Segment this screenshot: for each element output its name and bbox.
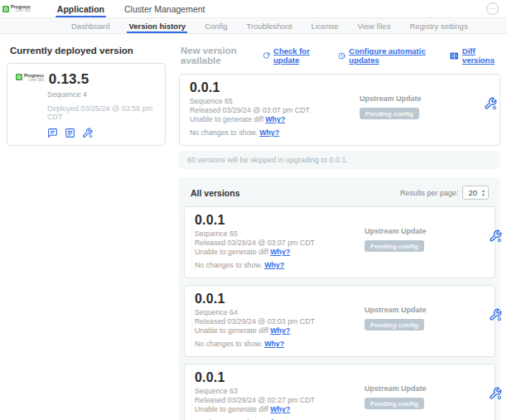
all-versions-heading: All versions — [191, 188, 240, 198]
results-per-page-select[interactable]: 20 ▲▼ — [462, 186, 489, 200]
brand-mark-icon — [2, 6, 9, 12]
version-row: 0.0.1 Sequence 64 Released 03/29/24 @ 03… — [185, 286, 495, 356]
version-sequence: Sequence 65 — [190, 97, 360, 106]
results-per-page-label: Results per page: — [400, 189, 459, 197]
deployed-column: Currently deployed version Progress Chef… — [7, 44, 166, 146]
edit-config-icon[interactable] — [82, 128, 93, 138]
refresh-icon — [263, 51, 270, 60]
diff-why-link[interactable]: Why? — [270, 326, 290, 335]
version-released: Released 03/29/24 @ 03:03 pm CDT — [195, 317, 365, 326]
deployed-app-logo: Progress Chef 360 — [16, 71, 44, 82]
version-released: Released 03/29/24 @ 02:27 pm CDT — [195, 396, 365, 405]
deployed-card-top: Progress Chef 360 0.13.5 — [16, 71, 157, 88]
tab-dashboard[interactable]: Dashboard — [71, 18, 109, 33]
version-info: 0.0.1 Sequence 63 Released 03/29/24 @ 02… — [195, 370, 365, 420]
version-released: Released 03/29/24 @ 03:07 pm CDT — [190, 106, 360, 115]
tab-troubleshoot[interactable]: Troubleshoot — [247, 18, 292, 33]
configure-automatic-updates-link[interactable]: Configure automatic updates — [338, 46, 437, 65]
diff-note-line: Unable to generate diff Why? — [195, 248, 365, 257]
version-status: Upstream Update Pending config — [365, 213, 489, 252]
diff-note-line: Unable to generate diff Why? — [195, 326, 365, 336]
version-number: 0.0.1 — [195, 213, 365, 228]
version-number: 0.0.1 — [190, 80, 360, 95]
all-versions-panel: All versions Results per page: 20 ▲▼ 0.0… — [179, 177, 500, 420]
results-per-page: Results per page: 20 ▲▼ — [400, 186, 489, 200]
tab-cluster-management[interactable]: Cluster Management — [114, 0, 215, 17]
deployed-heading: Currently deployed version — [10, 46, 166, 56]
no-changes-why-link[interactable]: Why? — [264, 261, 284, 269]
diff-note-line: Unable to generate diff Why? — [190, 115, 360, 124]
release-notes-icon[interactable] — [47, 128, 58, 138]
edit-config-icon[interactable] — [489, 308, 502, 321]
no-changes-note: No changes to show. — [195, 261, 263, 269]
status-badge: Pending config — [365, 319, 424, 331]
version-status: Upstream Update Pending config — [365, 370, 489, 409]
version-released: Released 03/29/24 @ 03:07 pm CDT — [195, 239, 365, 248]
edit-config-icon[interactable] — [484, 97, 497, 110]
brand-product: Chef 360 — [24, 79, 44, 83]
edit-config-icon[interactable] — [489, 229, 502, 243]
new-version-row-slot: 0.0.1 Sequence 65 Released 03/29/24 @ 03… — [180, 75, 500, 145]
version-actions: Configure — [489, 370, 507, 403]
ellipsis-icon — [495, 8, 496, 10]
diff-note: Unable to generate diff — [195, 248, 268, 256]
stepper-arrows-icon: ▲▼ — [481, 189, 485, 196]
tab-license[interactable]: License — [311, 18, 339, 33]
status-badge: Pending config — [365, 398, 424, 409]
version-source-label: Upstream Update — [365, 384, 489, 393]
no-changes-why-link[interactable]: Why? — [264, 340, 284, 348]
version-card: 0.0.1 Sequence 65 Released 03/29/24 @ 03… — [180, 75, 500, 145]
diff-versions-link[interactable]: Diff versions — [450, 46, 500, 65]
deployed-card-body: Sequence 4 Deployed 03/25/24 @ 03:56 pm … — [47, 90, 157, 138]
new-version-header: New version available Check for update C… — [181, 46, 500, 65]
deployed-sequence: Sequence 4 — [47, 90, 157, 99]
tab-registry-settings[interactable]: Registry settings — [409, 18, 467, 33]
version-source-label: Upstream Update — [365, 306, 489, 314]
version-card: 0.0.1 Sequence 63 Released 03/29/24 @ 02… — [184, 364, 495, 420]
configure-automatic-updates-label: Configure automatic updates — [349, 46, 437, 65]
top-nav: Progress Chef 360 Application Cluster Ma… — [0, 0, 507, 18]
diff-note: Unable to generate diff — [195, 405, 268, 413]
status-badge: Pending config — [365, 240, 424, 252]
version-info: 0.0.1 Sequence 65 Released 03/29/24 @ 03… — [195, 213, 365, 270]
check-for-update-label: Check for update — [273, 46, 325, 65]
main-content: Currently deployed version Progress Chef… — [0, 34, 507, 420]
version-actions: Configure — [489, 292, 507, 325]
version-row: 0.0.1 Sequence 65 Released 03/29/24 @ 03… — [185, 207, 495, 278]
new-version-heading: New version available — [181, 46, 263, 65]
brand-product: Chef 360 — [11, 9, 31, 13]
ellipsis-icon — [492, 8, 494, 10]
edit-config-icon[interactable] — [489, 387, 502, 400]
tab-application[interactable]: Application — [47, 0, 114, 17]
no-changes-line: No changes to show. Why? — [195, 261, 365, 270]
diff-note: Unable to generate diff — [195, 326, 268, 335]
tab-config[interactable]: Config — [205, 18, 227, 33]
secondary-nav: Dashboard Version history Config Trouble… — [0, 18, 507, 34]
deployed-version-number: 0.13.5 — [49, 71, 89, 88]
version-actions-bar: Check for update Configure automatic upd… — [263, 46, 500, 65]
overflow-menu-button[interactable] — [486, 2, 499, 15]
no-changes-why-link[interactable]: Why? — [259, 128, 279, 137]
version-actions: Configure — [484, 80, 507, 113]
diff-why-link[interactable]: Why? — [265, 115, 285, 123]
tab-view-files[interactable]: View files — [357, 18, 390, 33]
app-logo[interactable]: Progress Chef 360 — [2, 5, 31, 13]
auto-update-clock-icon — [338, 51, 345, 60]
diff-note: Unable to generate diff — [190, 115, 263, 123]
view-logs-icon[interactable] — [65, 128, 75, 138]
brand-text: Progress Chef 360 — [11, 5, 31, 13]
diff-why-link[interactable]: Why? — [270, 248, 290, 256]
version-number: 0.0.1 — [195, 370, 365, 385]
check-for-update-link[interactable]: Check for update — [263, 46, 325, 65]
status-badge: Pending config — [360, 108, 419, 119]
version-sequence: Sequence 65 — [195, 229, 365, 239]
version-sequence: Sequence 63 — [195, 387, 365, 396]
version-row: 0.0.1 Sequence 65 Released 03/29/24 @ 03… — [180, 75, 500, 145]
diff-why-link[interactable]: Why? — [270, 405, 290, 413]
tab-version-history[interactable]: Version history — [128, 18, 186, 33]
version-sequence: Sequence 64 — [195, 308, 365, 317]
deployed-card: Progress Chef 360 0.13.5 Sequence 4 Depl… — [7, 63, 166, 146]
version-source-label: Upstream Update — [360, 94, 484, 103]
version-card: 0.0.1 Sequence 64 Released 03/29/24 @ 03… — [184, 285, 495, 357]
new-version-card: 0.0.1 Sequence 65 Released 03/29/24 @ 03… — [179, 74, 500, 146]
